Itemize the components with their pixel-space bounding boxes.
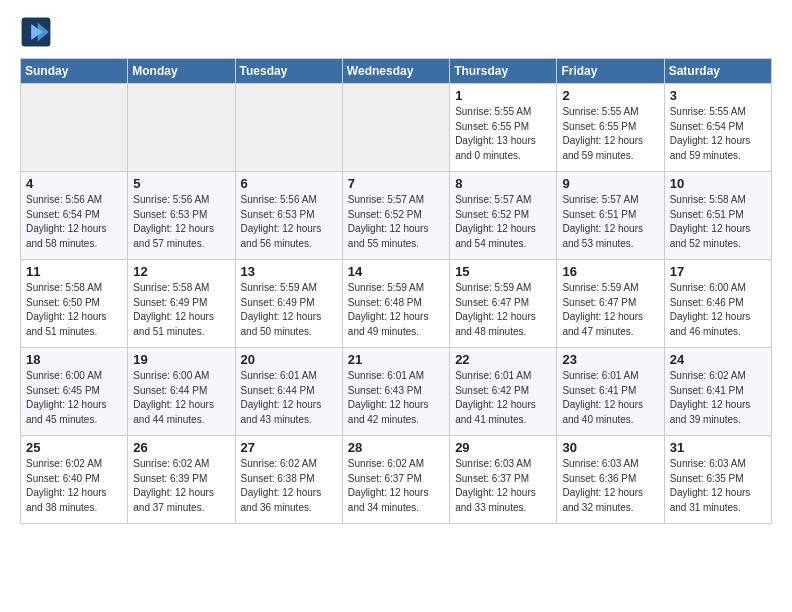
calendar-cell [342, 84, 449, 172]
day-info: Sunrise: 5:55 AMSunset: 6:54 PMDaylight:… [670, 105, 766, 163]
calendar-week: 1Sunrise: 5:55 AMSunset: 6:55 PMDaylight… [21, 84, 772, 172]
calendar-cell: 27Sunrise: 6:02 AMSunset: 6:38 PMDayligh… [235, 436, 342, 524]
day-number: 4 [26, 176, 122, 191]
day-info: Sunrise: 6:03 AMSunset: 6:37 PMDaylight:… [455, 457, 551, 515]
day-number: 17 [670, 264, 766, 279]
logo [20, 16, 56, 48]
calendar-cell: 9Sunrise: 5:57 AMSunset: 6:51 PMDaylight… [557, 172, 664, 260]
calendar-week: 4Sunrise: 5:56 AMSunset: 6:54 PMDaylight… [21, 172, 772, 260]
day-number: 31 [670, 440, 766, 455]
day-number: 18 [26, 352, 122, 367]
day-number: 22 [455, 352, 551, 367]
day-info: Sunrise: 5:59 AMSunset: 6:47 PMDaylight:… [562, 281, 658, 339]
weekday-header: Tuesday [235, 59, 342, 84]
calendar-cell [21, 84, 128, 172]
day-number: 15 [455, 264, 551, 279]
day-number: 12 [133, 264, 229, 279]
day-number: 1 [455, 88, 551, 103]
day-number: 11 [26, 264, 122, 279]
calendar-cell: 1Sunrise: 5:55 AMSunset: 6:55 PMDaylight… [450, 84, 557, 172]
day-info: Sunrise: 5:58 AMSunset: 6:50 PMDaylight:… [26, 281, 122, 339]
calendar-week: 11Sunrise: 5:58 AMSunset: 6:50 PMDayligh… [21, 260, 772, 348]
calendar-cell: 24Sunrise: 6:02 AMSunset: 6:41 PMDayligh… [664, 348, 771, 436]
day-info: Sunrise: 5:56 AMSunset: 6:53 PMDaylight:… [241, 193, 337, 251]
day-number: 14 [348, 264, 444, 279]
calendar-cell: 13Sunrise: 5:59 AMSunset: 6:49 PMDayligh… [235, 260, 342, 348]
weekday-header-row: SundayMondayTuesdayWednesdayThursdayFrid… [21, 59, 772, 84]
weekday-header: Monday [128, 59, 235, 84]
day-info: Sunrise: 6:01 AMSunset: 6:43 PMDaylight:… [348, 369, 444, 427]
calendar-cell: 6Sunrise: 5:56 AMSunset: 6:53 PMDaylight… [235, 172, 342, 260]
calendar-cell: 10Sunrise: 5:58 AMSunset: 6:51 PMDayligh… [664, 172, 771, 260]
weekday-header: Thursday [450, 59, 557, 84]
day-number: 16 [562, 264, 658, 279]
day-info: Sunrise: 6:00 AMSunset: 6:45 PMDaylight:… [26, 369, 122, 427]
calendar-cell: 16Sunrise: 5:59 AMSunset: 6:47 PMDayligh… [557, 260, 664, 348]
calendar-cell: 8Sunrise: 5:57 AMSunset: 6:52 PMDaylight… [450, 172, 557, 260]
day-info: Sunrise: 5:58 AMSunset: 6:51 PMDaylight:… [670, 193, 766, 251]
day-number: 27 [241, 440, 337, 455]
day-info: Sunrise: 6:02 AMSunset: 6:39 PMDaylight:… [133, 457, 229, 515]
day-info: Sunrise: 6:03 AMSunset: 6:35 PMDaylight:… [670, 457, 766, 515]
day-info: Sunrise: 6:02 AMSunset: 6:40 PMDaylight:… [26, 457, 122, 515]
calendar-cell: 15Sunrise: 5:59 AMSunset: 6:47 PMDayligh… [450, 260, 557, 348]
day-number: 20 [241, 352, 337, 367]
header [20, 16, 772, 48]
calendar-cell: 20Sunrise: 6:01 AMSunset: 6:44 PMDayligh… [235, 348, 342, 436]
calendar-cell: 2Sunrise: 5:55 AMSunset: 6:55 PMDaylight… [557, 84, 664, 172]
day-info: Sunrise: 5:59 AMSunset: 6:48 PMDaylight:… [348, 281, 444, 339]
calendar-week: 18Sunrise: 6:00 AMSunset: 6:45 PMDayligh… [21, 348, 772, 436]
day-number: 6 [241, 176, 337, 191]
day-number: 3 [670, 88, 766, 103]
day-info: Sunrise: 5:57 AMSunset: 6:51 PMDaylight:… [562, 193, 658, 251]
logo-icon [20, 16, 52, 48]
calendar-cell: 21Sunrise: 6:01 AMSunset: 6:43 PMDayligh… [342, 348, 449, 436]
day-number: 8 [455, 176, 551, 191]
day-info: Sunrise: 6:02 AMSunset: 6:37 PMDaylight:… [348, 457, 444, 515]
calendar-cell: 29Sunrise: 6:03 AMSunset: 6:37 PMDayligh… [450, 436, 557, 524]
page: SundayMondayTuesdayWednesdayThursdayFrid… [0, 0, 792, 536]
calendar-cell [235, 84, 342, 172]
calendar-cell: 19Sunrise: 6:00 AMSunset: 6:44 PMDayligh… [128, 348, 235, 436]
calendar-cell: 18Sunrise: 6:00 AMSunset: 6:45 PMDayligh… [21, 348, 128, 436]
day-info: Sunrise: 6:01 AMSunset: 6:42 PMDaylight:… [455, 369, 551, 427]
calendar-cell: 12Sunrise: 5:58 AMSunset: 6:49 PMDayligh… [128, 260, 235, 348]
day-info: Sunrise: 5:56 AMSunset: 6:53 PMDaylight:… [133, 193, 229, 251]
calendar-cell: 3Sunrise: 5:55 AMSunset: 6:54 PMDaylight… [664, 84, 771, 172]
day-number: 25 [26, 440, 122, 455]
day-number: 9 [562, 176, 658, 191]
day-number: 19 [133, 352, 229, 367]
day-number: 10 [670, 176, 766, 191]
day-number: 24 [670, 352, 766, 367]
weekday-header: Friday [557, 59, 664, 84]
calendar-cell: 22Sunrise: 6:01 AMSunset: 6:42 PMDayligh… [450, 348, 557, 436]
day-number: 26 [133, 440, 229, 455]
day-info: Sunrise: 5:56 AMSunset: 6:54 PMDaylight:… [26, 193, 122, 251]
calendar-cell: 7Sunrise: 5:57 AMSunset: 6:52 PMDaylight… [342, 172, 449, 260]
weekday-header: Sunday [21, 59, 128, 84]
day-number: 13 [241, 264, 337, 279]
day-info: Sunrise: 5:58 AMSunset: 6:49 PMDaylight:… [133, 281, 229, 339]
day-info: Sunrise: 6:02 AMSunset: 6:38 PMDaylight:… [241, 457, 337, 515]
day-info: Sunrise: 6:01 AMSunset: 6:44 PMDaylight:… [241, 369, 337, 427]
day-number: 29 [455, 440, 551, 455]
calendar: SundayMondayTuesdayWednesdayThursdayFrid… [20, 58, 772, 524]
day-info: Sunrise: 5:57 AMSunset: 6:52 PMDaylight:… [348, 193, 444, 251]
day-number: 28 [348, 440, 444, 455]
day-number: 21 [348, 352, 444, 367]
day-number: 30 [562, 440, 658, 455]
day-number: 2 [562, 88, 658, 103]
day-info: Sunrise: 6:00 AMSunset: 6:44 PMDaylight:… [133, 369, 229, 427]
calendar-cell: 11Sunrise: 5:58 AMSunset: 6:50 PMDayligh… [21, 260, 128, 348]
day-info: Sunrise: 6:00 AMSunset: 6:46 PMDaylight:… [670, 281, 766, 339]
weekday-header: Wednesday [342, 59, 449, 84]
day-info: Sunrise: 5:55 AMSunset: 6:55 PMDaylight:… [455, 105, 551, 163]
calendar-cell: 25Sunrise: 6:02 AMSunset: 6:40 PMDayligh… [21, 436, 128, 524]
calendar-cell: 17Sunrise: 6:00 AMSunset: 6:46 PMDayligh… [664, 260, 771, 348]
day-info: Sunrise: 5:55 AMSunset: 6:55 PMDaylight:… [562, 105, 658, 163]
day-number: 7 [348, 176, 444, 191]
calendar-cell: 4Sunrise: 5:56 AMSunset: 6:54 PMDaylight… [21, 172, 128, 260]
calendar-cell: 26Sunrise: 6:02 AMSunset: 6:39 PMDayligh… [128, 436, 235, 524]
calendar-cell: 28Sunrise: 6:02 AMSunset: 6:37 PMDayligh… [342, 436, 449, 524]
calendar-cell: 23Sunrise: 6:01 AMSunset: 6:41 PMDayligh… [557, 348, 664, 436]
